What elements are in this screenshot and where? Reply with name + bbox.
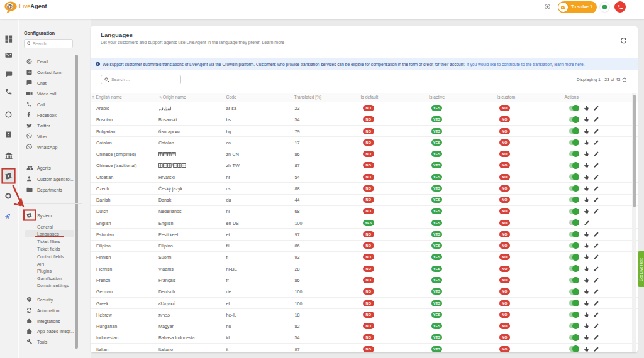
svg-text:@: @ — [7, 3, 13, 9]
